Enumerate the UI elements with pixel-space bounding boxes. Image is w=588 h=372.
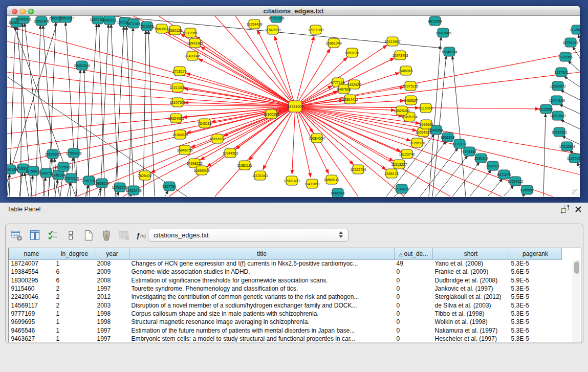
table-row[interactable]: 977716911998Corpus callosum shape and si… (9, 310, 582, 318)
table-cell[interactable]: 5.3E-5 (509, 335, 562, 342)
network-node[interactable]: 15722105 (268, 16, 284, 23)
table-cell[interactable]: Hescheler et al. (1997) (433, 335, 509, 342)
network-node[interactable]: 20053346 (74, 61, 90, 70)
network-node[interactable]: 7515526 (140, 21, 154, 31)
table-cell[interactable]: 0 (395, 318, 433, 326)
network-node[interactable]: 16648784 (441, 47, 457, 56)
network-node[interactable]: 16210643 (550, 111, 565, 120)
network-node[interactable]: 18724007 (287, 101, 303, 112)
network-node[interactable]: 10958107 (94, 179, 110, 188)
table-cell[interactable]: 0 (395, 335, 433, 342)
float-panel-icon[interactable] (561, 205, 570, 213)
table-cell[interactable]: 2 (54, 285, 95, 293)
network-node[interactable]: 12522734 (350, 165, 366, 174)
function-builder-icon[interactable]: f (x) (136, 229, 148, 242)
rows-icon[interactable] (64, 229, 77, 242)
select-columns-icon[interactable] (47, 229, 59, 242)
table-cell[interactable]: 2009 (95, 268, 129, 276)
table-cell[interactable]: Stergiakouli et al. (2012) (433, 293, 509, 301)
network-node[interactable]: 16099348 (193, 166, 209, 175)
table-cell[interactable]: 9699695 (9, 318, 54, 326)
column-header-short[interactable]: short (433, 248, 509, 259)
table-cell[interactable]: Yano et al. (2008) (433, 259, 509, 268)
network-node[interactable]: 9671385 (126, 19, 140, 28)
network-node[interactable]: 7625402 (138, 171, 151, 180)
table-cell[interactable]: 0 (395, 301, 433, 309)
table-cell[interactable]: 5.3E-5 (509, 301, 562, 309)
table-cell[interactable]: 22420046 (9, 293, 54, 301)
network-node[interactable]: 19384554 (309, 134, 324, 143)
attribute-table[interactable]: namein_degreeyeartitle△out_de...shortpag… (9, 248, 581, 342)
network-node[interactable]: 15692931 (551, 127, 567, 137)
network-node[interactable]: 19654985 (168, 114, 184, 123)
network-node[interactable]: 18300295 (263, 110, 279, 119)
table-cell[interactable]: 1998 (95, 310, 129, 318)
table-row[interactable]: 1830029562008Estimation of significance … (9, 276, 582, 285)
column-header-pagerank[interactable]: pagerank (509, 248, 562, 259)
table-cell[interactable]: Jankovic et al. (1997) (433, 285, 509, 293)
network-node[interactable]: 8471676 (497, 170, 511, 179)
network-node[interactable]: 16543385 (187, 38, 203, 48)
network-node[interactable]: 7462620 (347, 80, 361, 89)
network-node[interactable]: 11125440 (570, 25, 580, 34)
network-node[interactable]: 9463627 (404, 96, 418, 105)
network-node[interactable]: 16120746 (399, 149, 415, 159)
network-node[interactable]: 12211969 (308, 25, 324, 34)
network-node[interactable]: 11381111 (237, 161, 252, 170)
table-cell[interactable]: 9463627 (9, 335, 54, 342)
table-row[interactable]: 2242004622012Investigating the contribut… (9, 293, 582, 301)
table-row[interactable]: 946362711997Embryonic stem cells: a mode… (9, 335, 582, 342)
network-node[interactable]: 12213967 (384, 37, 400, 46)
network-node[interactable]: 2718170 (172, 67, 186, 76)
network-graph[interactable]: 1405571418395081206914062063718710653287… (7, 16, 580, 197)
network-node[interactable]: 9861038 (345, 48, 359, 57)
network-node[interactable]: 11548908 (265, 25, 281, 34)
table-cell[interactable]: 2008 (95, 276, 129, 285)
table-cell[interactable]: Estimation of the future numbers of pati… (129, 326, 395, 334)
table-cell[interactable]: Corpus callosum shape and size in male p… (129, 310, 395, 318)
column-header-in_degree[interactable]: in_degree (54, 248, 95, 259)
network-node[interactable]: 8215958 (539, 104, 553, 114)
table-row[interactable]: 946554611997Estimation of the future num… (9, 326, 582, 334)
network-node[interactable]: 16046756 (177, 145, 192, 155)
network-node[interactable]: 17016504 (559, 142, 575, 151)
column-header-out_de[interactable]: △out_de... (395, 248, 433, 259)
table-cell[interactable]: 18724007 (9, 259, 54, 268)
table-cell[interactable]: 2008 (95, 259, 129, 268)
close-panel-icon[interactable] (575, 205, 582, 213)
network-node[interactable]: 9245652 (520, 185, 534, 194)
network-node[interactable]: 7532621 (486, 161, 499, 170)
table-cell[interactable]: 2 (54, 301, 95, 309)
table-cell[interactable]: Franke et al. (2009) (433, 268, 509, 276)
network-node[interactable]: 12505115 (63, 173, 79, 183)
network-node[interactable]: 10025488 (394, 106, 409, 115)
table-cell[interactable]: 5.3E-5 (509, 318, 562, 326)
table-cell[interactable]: Embryonic stem cells: a model to study s… (129, 335, 395, 342)
network-node[interactable]: 8912955 (183, 28, 197, 37)
table-cell[interactable]: 14569117 (9, 301, 54, 309)
network-window[interactable]: citations_edges.txt 14055714183950812069… (7, 6, 580, 197)
network-node[interactable]: 15751074 (562, 38, 578, 47)
network-node[interactable]: 9560128 (168, 26, 182, 35)
table-row[interactable]: 1938455462009Genome-wide association stu… (9, 268, 582, 276)
network-node[interactable]: 10975887 (55, 162, 71, 171)
table-cell[interactable]: 0 (395, 268, 433, 276)
network-node[interactable]: 10944563 (222, 148, 238, 158)
network-node[interactable]: 12213303 (169, 83, 185, 92)
column-header-title[interactable]: title (129, 248, 395, 259)
table-cell[interactable]: Investigating the contribution of common… (129, 293, 395, 301)
table-cell[interactable]: 0 (395, 326, 433, 334)
table-cell[interactable]: Disruption of a novel member of a sodium… (129, 301, 395, 309)
network-node[interactable]: 18107555 (169, 98, 185, 107)
network-node[interactable]: 11675337 (567, 154, 580, 163)
table-row[interactable]: 911546021997Tourette syndrome. Phenomeno… (9, 285, 582, 293)
table-selector-dropdown[interactable]: citations_edges.txt (148, 229, 349, 242)
network-node[interactable]: 16616187 (209, 134, 225, 143)
table-cell[interactable]: 1 (54, 259, 95, 268)
network-node[interactable]: 7485063 (399, 66, 412, 75)
table-cell[interactable]: Genome-wide association studies in ADHD. (129, 268, 395, 276)
table-cell[interactable]: 5.3E-5 (509, 285, 562, 293)
vertical-scrollbar[interactable] (573, 260, 580, 342)
network-node[interactable]: 6466161 (102, 16, 116, 25)
network-node[interactable]: 11431891 (304, 179, 320, 188)
